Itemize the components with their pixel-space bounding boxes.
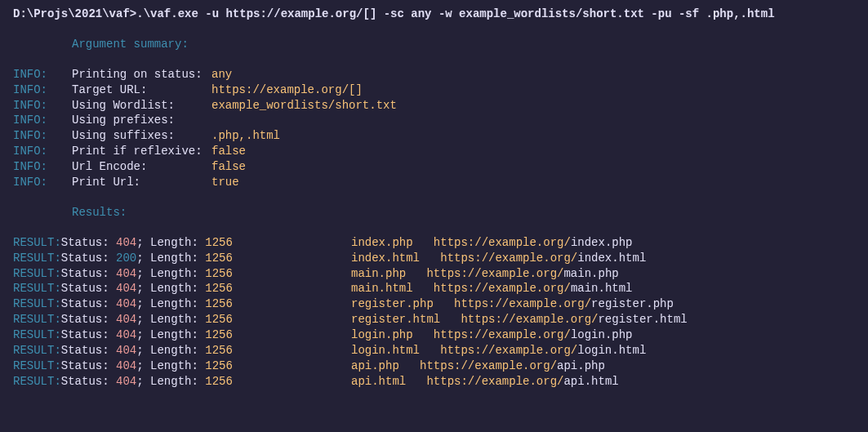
result-status-code: 200	[116, 252, 136, 265]
result-label: RESULT:	[13, 344, 61, 357]
result-left-column: RESULT:Status: 404; Length: 1256	[13, 296, 351, 312]
result-url-path: api.html	[563, 374, 618, 390]
result-word: register.html	[351, 312, 440, 327]
result-label: RESULT:	[13, 375, 61, 388]
result-status-prefix: Status:	[61, 313, 116, 326]
result-length-prefix: ; Length:	[136, 297, 205, 310]
info-line: INFO:Url Encode:false	[13, 159, 855, 175]
info-label: INFO:	[13, 98, 72, 114]
info-key: Print Url:	[72, 175, 211, 190]
result-length-value: 1256	[205, 282, 233, 295]
info-label: INFO:	[13, 82, 72, 98]
result-url-base: https://example.org/	[461, 312, 598, 327]
info-block: INFO:Printing on status:anyINFO:Target U…	[13, 67, 855, 190]
info-label: INFO:	[13, 113, 72, 128]
result-length-prefix: ; Length:	[136, 313, 205, 326]
result-separator	[420, 343, 440, 359]
info-line: INFO:Print if reflexive:false	[13, 144, 855, 159]
result-url-path: main.php	[563, 266, 618, 282]
result-url-path: index.html	[577, 251, 646, 266]
info-label: INFO:	[13, 175, 72, 190]
info-key: Using Wordlist:	[72, 98, 211, 114]
result-separator	[413, 235, 434, 251]
result-length-value: 1256	[205, 267, 233, 280]
result-line: RESULT:Status: 404; Length: 1256api.php …	[13, 359, 855, 374]
result-status-prefix: Status:	[61, 267, 116, 280]
result-status-prefix: Status:	[61, 252, 116, 265]
info-key: Using suffixes:	[72, 128, 211, 144]
result-separator	[420, 251, 440, 266]
result-url-path: login.html	[577, 343, 646, 359]
result-status-prefix: Status:	[61, 344, 116, 357]
result-separator	[413, 281, 434, 296]
result-url-path: main.html	[571, 281, 633, 296]
result-label: RESULT:	[13, 328, 61, 341]
result-left-column: RESULT:Status: 404; Length: 1256	[13, 312, 351, 327]
info-value: false	[211, 144, 246, 159]
result-separator	[406, 374, 426, 390]
info-line: INFO:Print Url:true	[13, 175, 855, 190]
argument-summary-header: Argument summary:	[72, 37, 855, 52]
result-left-column: RESULT:Status: 404; Length: 1256	[13, 343, 351, 359]
info-line: INFO:Using Wordlist:example_wordlists/sh…	[13, 98, 855, 114]
result-left-column: RESULT:Status: 404; Length: 1256	[13, 374, 351, 390]
info-value: any	[211, 67, 232, 82]
info-label: INFO:	[13, 144, 72, 159]
prompt-command: .\vaf.exe -u https://example.org/[] -sc …	[136, 7, 774, 20]
result-url-base: https://example.org/	[420, 359, 557, 374]
result-length-value: 1256	[205, 297, 233, 310]
results-block: RESULT:Status: 404; Length: 1256index.ph…	[13, 235, 855, 390]
result-length-prefix: ; Length:	[136, 359, 205, 372]
result-url-base: https://example.org/	[426, 374, 563, 390]
result-url-base: https://example.org/	[440, 343, 577, 359]
info-label: INFO:	[13, 128, 72, 144]
info-value: https://example.org/[]	[211, 82, 363, 98]
result-left-column: RESULT:Status: 404; Length: 1256	[13, 327, 351, 343]
result-length-prefix: ; Length:	[136, 282, 205, 295]
result-line: RESULT:Status: 200; Length: 1256index.ht…	[13, 251, 855, 266]
result-separator	[434, 296, 454, 312]
result-separator	[399, 359, 420, 374]
info-key: Using prefixes:	[72, 113, 211, 128]
result-word: index.html	[351, 251, 420, 266]
info-line: INFO:Using prefixes:	[13, 113, 855, 128]
result-length-prefix: ; Length:	[136, 267, 205, 280]
result-line: RESULT:Status: 404; Length: 1256login.ph…	[13, 327, 855, 343]
result-length-value: 1256	[205, 375, 233, 388]
result-length-value: 1256	[205, 328, 233, 341]
info-line: INFO:Using suffixes:.php,.html	[13, 128, 855, 144]
result-left-column: RESULT:Status: 404; Length: 1256	[13, 235, 351, 251]
result-line: RESULT:Status: 404; Length: 1256api.html…	[13, 374, 855, 390]
result-length-prefix: ; Length:	[136, 236, 205, 249]
result-status-prefix: Status:	[61, 375, 116, 388]
info-label: INFO:	[13, 67, 72, 82]
result-url-base: https://example.org/	[426, 266, 563, 282]
result-label: RESULT:	[13, 297, 61, 310]
result-status-prefix: Status:	[61, 297, 116, 310]
result-left-column: RESULT:Status: 404; Length: 1256	[13, 281, 351, 296]
info-key: Url Encode:	[72, 159, 211, 175]
info-label: INFO:	[13, 159, 72, 175]
result-status-prefix: Status:	[61, 328, 116, 341]
result-url-path: index.php	[571, 235, 633, 251]
info-line: INFO:Printing on status:any	[13, 67, 855, 82]
result-left-column: RESULT:Status: 404; Length: 1256	[13, 359, 351, 374]
result-line: RESULT:Status: 404; Length: 1256register…	[13, 296, 855, 312]
results-header: Results:	[72, 205, 855, 220]
result-length-prefix: ; Length:	[136, 328, 205, 341]
result-length-value: 1256	[205, 344, 233, 357]
result-length-prefix: ; Length:	[136, 344, 205, 357]
result-length-prefix: ; Length:	[136, 252, 205, 265]
result-status-code: 404	[116, 313, 136, 326]
result-word: api.html	[351, 374, 406, 390]
result-url-path: register.html	[598, 312, 687, 327]
result-url-path: register.php	[591, 296, 674, 312]
result-length-value: 1256	[205, 313, 233, 326]
result-status-code: 404	[116, 375, 136, 388]
command-prompt-line: D:\Projs\2021\vaf>.\vaf.exe -u https://e…	[13, 7, 855, 22]
info-key: Print if reflexive:	[72, 144, 211, 159]
result-line: RESULT:Status: 404; Length: 1256main.htm…	[13, 281, 855, 296]
info-key: Printing on status:	[72, 67, 211, 82]
result-length-value: 1256	[205, 359, 233, 372]
result-left-column: RESULT:Status: 200; Length: 1256	[13, 251, 351, 266]
